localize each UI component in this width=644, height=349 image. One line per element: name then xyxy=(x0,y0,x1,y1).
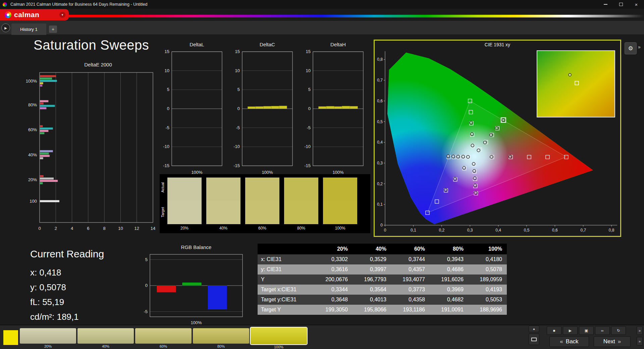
refresh-button[interactable]: ↻ xyxy=(611,326,626,335)
collapse-button[interactable]: ▲ xyxy=(529,326,539,332)
svg-text:-5: -5 xyxy=(144,309,148,314)
table-cell: 195,8066 xyxy=(353,305,391,315)
table-cell: 0,3773 xyxy=(391,285,430,295)
row-label: x: CIE31 xyxy=(258,254,314,264)
cie-measured-green xyxy=(471,144,474,147)
column-header: 20% xyxy=(314,244,353,254)
row-label: y: CIE31 xyxy=(258,264,314,275)
svg-text:0: 0 xyxy=(145,283,148,288)
current-reading-x: x: 0,418 xyxy=(30,265,104,280)
svg-text:0,2: 0,2 xyxy=(439,228,444,233)
next-button[interactable]: Next » xyxy=(594,336,631,347)
bottom-swatch-60%[interactable]: 60% xyxy=(135,328,192,349)
table-cell: 0,3997 xyxy=(353,264,391,275)
logo-menu-caret-icon[interactable]: ▾ xyxy=(59,12,65,18)
deltah-chart: 151050-5-10-15100% xyxy=(300,49,365,185)
svg-text:0,5: 0,5 xyxy=(524,228,530,233)
actual-target-swatch-strip: Actual Target 20%40%60%80%100% xyxy=(160,174,370,233)
expand-top-button[interactable]: » xyxy=(637,326,643,335)
cie-measured-cyan xyxy=(467,155,470,158)
table-corner xyxy=(258,244,314,254)
swatch-tile[interactable] xyxy=(193,328,249,344)
deltah-bar xyxy=(326,106,334,109)
svg-text:10: 10 xyxy=(165,68,169,73)
svg-text:5: 5 xyxy=(308,87,311,92)
deltae-bar xyxy=(40,175,44,177)
table-cell: 193,4077 xyxy=(391,275,430,285)
cie-measured-green xyxy=(471,133,474,136)
tab-history-1[interactable]: History 1 xyxy=(11,23,46,35)
deltae-bar xyxy=(40,150,53,152)
cie-measured-yellow xyxy=(502,118,505,121)
deltae-bar xyxy=(40,105,55,107)
deltae-bar xyxy=(40,75,56,77)
deltae-2000-panel: DeltaE 2000 02468101214100%80%60%40%20%1… xyxy=(20,62,158,237)
swatch-label: 100% xyxy=(251,345,307,349)
cie-measured-magenta xyxy=(474,184,477,187)
swatch-cell-20%: 20% xyxy=(167,177,202,231)
stop-button[interactable]: ■ xyxy=(547,326,561,335)
swatch-tile[interactable] xyxy=(20,328,76,344)
bottom-swatch-40%[interactable]: 40% xyxy=(77,328,134,349)
table-row: Target y:CIE310,36480,40130,43580,46820,… xyxy=(258,295,507,305)
panel-expand-chevron-icon[interactable]: » xyxy=(638,44,641,50)
calman-logo[interactable]: calman ▾ xyxy=(0,9,69,20)
add-tab-button[interactable]: + xyxy=(49,26,57,33)
cie-measured-blue xyxy=(444,188,447,191)
cie-measured-cyan xyxy=(457,155,460,158)
maximize-button[interactable] xyxy=(613,0,629,9)
svg-text:15: 15 xyxy=(165,49,169,54)
tab-bar: ▶ History 1 + X-Rite i1Pro 2 Direct View… xyxy=(0,21,644,35)
minimize-button[interactable] xyxy=(598,0,613,9)
history-run-button[interactable]: ▶ xyxy=(1,23,10,32)
table-cell: 0,4686 xyxy=(430,264,468,275)
bottom-swatch-80%[interactable]: 80% xyxy=(193,328,249,349)
swatch-tile[interactable] xyxy=(77,328,134,344)
deltae-bar xyxy=(40,100,48,102)
chevron-left-icon: « xyxy=(560,338,563,345)
deltah-title: DeltaH xyxy=(300,42,365,49)
deltae-bar xyxy=(40,80,57,82)
svg-text:0,3: 0,3 xyxy=(377,161,383,165)
svg-text:80%: 80% xyxy=(28,102,37,107)
play-button[interactable]: ▶ xyxy=(563,326,578,335)
settings-button[interactable]: ⚙ xyxy=(625,42,637,54)
deltae-bar xyxy=(40,78,52,80)
back-button[interactable]: « Back xyxy=(549,336,589,347)
swatch-level-label: 20% xyxy=(167,226,202,231)
table-cell: 191,6026 xyxy=(430,275,468,285)
rgb-bar-red xyxy=(157,286,176,292)
svg-text:5: 5 xyxy=(145,257,148,262)
svg-text:12: 12 xyxy=(134,226,139,231)
swatch-cell-100%: 100% xyxy=(323,177,358,231)
svg-text:15: 15 xyxy=(306,49,311,54)
expand-bottom-button[interactable]: » xyxy=(637,337,643,346)
cie-measured-yellow xyxy=(483,141,486,144)
table-row: Target x:CIE310,33440,35640,37730,39690,… xyxy=(258,285,507,295)
link-button[interactable]: ∞ xyxy=(595,326,610,335)
table-cell: 0,3744 xyxy=(391,254,430,264)
swatch-cell-60%: 60% xyxy=(245,177,280,231)
svg-text:8: 8 xyxy=(103,226,106,231)
deltae-bar xyxy=(40,132,44,134)
bottom-swatch-100%[interactable]: 100% xyxy=(251,328,307,349)
swatch-tile[interactable] xyxy=(251,328,307,344)
svg-text:0,8: 0,8 xyxy=(609,228,614,233)
table-cell: 0,3564 xyxy=(353,285,391,295)
bottom-swatch-20%[interactable]: 20% xyxy=(20,328,76,349)
table-cell: 0,3648 xyxy=(314,295,353,305)
close-button[interactable]: × xyxy=(629,0,644,9)
deltal-chart: 151050-5-10-15100% xyxy=(158,49,224,185)
save-button[interactable]: ▣ xyxy=(579,326,594,335)
column-header: 60% xyxy=(391,244,430,254)
swatch-tile[interactable] xyxy=(135,328,192,344)
svg-text:0,8: 0,8 xyxy=(377,57,383,62)
table-cell: 0,4682 xyxy=(430,295,468,305)
display-select-button[interactable] xyxy=(529,334,539,345)
deltac-bar xyxy=(256,106,263,109)
deltae-bar xyxy=(40,155,50,157)
page-title: Saturation Sweeps xyxy=(34,38,149,53)
svg-text:100%: 100% xyxy=(26,79,37,84)
swatch-cell-40%: 40% xyxy=(206,177,241,231)
table-cell: 0,5053 xyxy=(468,295,507,305)
